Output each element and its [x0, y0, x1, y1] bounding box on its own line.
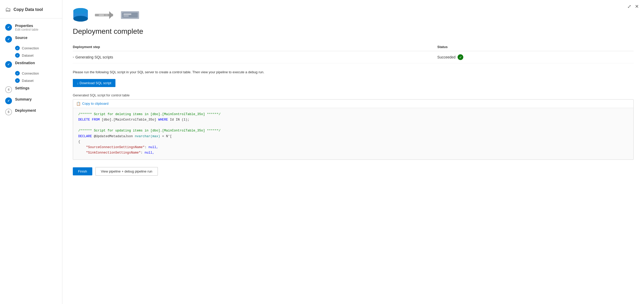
- source-connection-item[interactable]: ✓ Connection: [15, 45, 62, 51]
- svg-rect-9: [122, 12, 138, 18]
- step-expand[interactable]: › Generating SQL scripts: [73, 55, 437, 59]
- nav-item-properties-content: Properties Edit control table: [15, 24, 38, 31]
- destination-connection-check: ✓: [15, 71, 20, 76]
- nav-item-source-content: Source: [15, 36, 27, 40]
- code-val-2: null,: [143, 151, 154, 155]
- step-circle-deployment: 6: [5, 109, 12, 115]
- finish-button[interactable]: Finish: [73, 167, 92, 175]
- svg-rect-10: [123, 14, 131, 15]
- sql-section-label: Generated SQL script for control table: [73, 93, 634, 97]
- col-header-step: Deployment step: [73, 43, 437, 51]
- source-dataset-item[interactable]: ✓ Dataset: [15, 52, 62, 59]
- step-cell: › Generating SQL scripts: [73, 51, 437, 63]
- status-cell: Succeeded ✓: [437, 51, 634, 63]
- connector-icon: [94, 10, 114, 20]
- nav-label-summary: Summary: [15, 97, 32, 101]
- nav-label-destination: Destination: [15, 61, 35, 65]
- deployment-table: Deployment step Status › Generating SQL …: [73, 43, 634, 63]
- code-val-1: null,: [147, 146, 158, 149]
- code-line-2: DELETE FROM [dbo].[MainControlTable_35o]…: [78, 117, 628, 123]
- nav-label-properties: Properties: [15, 24, 38, 28]
- code-colon-2: :: [141, 151, 143, 155]
- code-line-5: {: [78, 139, 628, 145]
- destination-dataset-check: ✓: [15, 78, 20, 83]
- sidebar-item-source[interactable]: ✓ Source: [0, 34, 62, 45]
- copy-to-clipboard-button[interactable]: 📋 Copy to clipboard: [73, 100, 633, 108]
- nav-item-settings-content: Settings: [15, 86, 29, 90]
- sidebar-item-destination[interactable]: ✓ Destination: [0, 59, 62, 70]
- sidebar-item-summary[interactable]: ✓ Summary: [0, 95, 62, 106]
- step-circle-destination: ✓: [5, 61, 12, 68]
- col-header-status: Status: [437, 43, 634, 51]
- step-circle-summary: ✓: [5, 97, 12, 104]
- nav-label-deployment: Deployment: [15, 108, 36, 113]
- sql-container: 📋 Copy to clipboard /****** Script for d…: [73, 99, 634, 160]
- main-content: ⤢ ✕ Deployment complete: [62, 0, 644, 304]
- sidebar-header: 🗂 Copy Data tool: [0, 4, 62, 18]
- expand-button[interactable]: ⤢: [627, 4, 631, 9]
- svg-marker-5: [109, 11, 113, 19]
- nav-item-destination-content: Destination: [15, 61, 35, 65]
- step-circle-source: ✓: [5, 36, 12, 43]
- source-connection-check: ✓: [15, 46, 20, 50]
- svg-rect-7: [105, 14, 108, 16]
- code-brace-open: {: [78, 140, 80, 144]
- download-sql-button[interactable]: ↓ Download SQL script: [73, 79, 115, 87]
- window-controls: ⤢ ✕: [627, 4, 639, 9]
- destination-sub-items: ✓ Connection ✓ Dataset: [0, 70, 62, 84]
- chevron-right-icon: ›: [73, 55, 74, 59]
- source-sub-items: ✓ Connection ✓ Dataset: [0, 45, 62, 59]
- code-type-nvarchar: nvarchar(max): [135, 135, 160, 138]
- svg-point-3: [73, 8, 88, 14]
- step-circle-settings: 4: [5, 86, 12, 93]
- code-prop-1: "SourceConnectionSettingsName": [86, 146, 145, 149]
- destination-connection-label: Connection: [22, 71, 39, 75]
- info-text: Please run the following SQL script in y…: [73, 70, 634, 75]
- code-line-spacer: [78, 123, 628, 128]
- code-var: @UpdatedMetadataJson: [92, 135, 135, 138]
- source-dataset-check: ✓: [15, 53, 20, 58]
- sidebar-item-deployment[interactable]: 6 Deployment: [0, 106, 62, 117]
- code-table-1: [dbo].[MainControlTable_35o]: [100, 118, 158, 122]
- bottom-actions: Finish View pipeline + debug pipeline ru…: [73, 167, 634, 176]
- close-button[interactable]: ✕: [635, 4, 639, 9]
- code-line-6: "SourceConnectionSettingsName": null,: [78, 145, 628, 150]
- sidebar-nav: ✓ Properties Edit control table ✓ Source…: [0, 22, 62, 117]
- code-keyword-delete: DELETE FROM: [78, 118, 100, 122]
- source-dataset-label: Dataset: [22, 54, 34, 57]
- copy-data-icon: 🗂: [5, 6, 11, 13]
- page-title: Deployment complete: [73, 27, 634, 36]
- step-circle-properties: ✓: [5, 24, 12, 31]
- svg-point-2: [73, 16, 88, 22]
- destination-dataset-label: Dataset: [22, 79, 34, 83]
- code-comment-1: /****** Script for deleting items in [db…: [78, 113, 221, 116]
- code-line-4: DECLARE @UpdatedMetadataJson nvarchar(ma…: [78, 134, 628, 139]
- nav-item-summary-content: Summary: [15, 97, 32, 101]
- table-row: › Generating SQL scripts Succeeded ✓: [73, 51, 634, 63]
- sql-code-area: /****** Script for deleting items in [db…: [73, 108, 633, 160]
- svg-rect-6: [99, 14, 104, 16]
- nav-item-deployment-content: Deployment: [15, 108, 36, 113]
- sidebar: 🗂 Copy Data tool ✓ Properties Edit contr…: [0, 0, 62, 304]
- code-line-1: /****** Script for deleting items in [db…: [78, 112, 628, 117]
- step-label: Generating SQL scripts: [75, 55, 113, 59]
- destination-dataset-item[interactable]: ✓ Dataset: [15, 77, 62, 84]
- code-line-7: "SinkConnectionSettingsName": null,: [78, 150, 628, 156]
- svg-rect-11: [123, 16, 129, 16]
- code-eq: = N'[: [160, 135, 172, 138]
- view-pipeline-button[interactable]: View pipeline + debug pipeline run: [95, 167, 158, 176]
- sidebar-item-settings[interactable]: 4 Settings: [0, 84, 62, 95]
- sidebar-item-properties[interactable]: ✓ Properties Edit control table: [0, 22, 62, 34]
- code-prop-2: "SinkConnectionSettingsName": [86, 151, 141, 155]
- destination-connection-item[interactable]: ✓ Connection: [15, 70, 62, 77]
- nav-label-source: Source: [15, 36, 27, 40]
- nav-sublabel-properties: Edit control table: [15, 28, 38, 31]
- status-check-icon: ✓: [458, 54, 463, 60]
- clipboard-icon: 📋: [76, 102, 81, 106]
- code-line-3: /****** Script for updating items in [db…: [78, 128, 628, 134]
- sidebar-title: Copy Data tool: [14, 7, 43, 12]
- code-colon-1: :: [145, 146, 147, 149]
- status-cell-content: Succeeded ✓: [437, 54, 634, 60]
- source-connection-label: Connection: [22, 46, 39, 50]
- dest-db-icon: [120, 10, 140, 20]
